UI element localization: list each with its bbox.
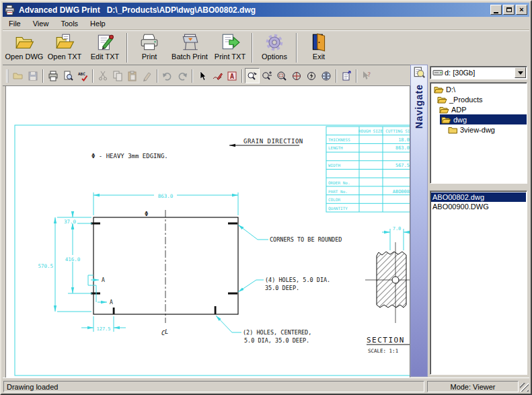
open-folder-icon xyxy=(441,116,451,124)
app-window: Advanced DWG Print D:\_Products\ADP\dwg\… xyxy=(0,0,532,395)
tree-item-root[interactable]: D:\ xyxy=(430,84,527,94)
tree-item-3view-dwg[interactable]: 3view-dwg xyxy=(430,124,527,135)
svg-text:863.0: 863.0 xyxy=(158,193,174,199)
svg-text:863.0: 863.0 xyxy=(395,145,410,151)
svg-text:COLOR: COLOR xyxy=(328,197,340,202)
menu-help[interactable]: Help xyxy=(84,18,112,29)
tree-item-label: ADP xyxy=(451,106,467,114)
context-help-icon: ? xyxy=(361,71,372,81)
toolbar-grip[interactable] xyxy=(6,69,9,83)
options-button[interactable]: Options xyxy=(254,31,295,65)
svg-text:WIDTH: WIDTH xyxy=(328,163,340,168)
maximize-button[interactable] xyxy=(503,5,515,15)
toolbar-separator xyxy=(241,69,243,83)
batch-print-button[interactable]: Batch Print xyxy=(169,31,210,65)
cut-icon xyxy=(98,71,108,81)
redo-button[interactable] xyxy=(175,68,190,83)
print-small-button[interactable] xyxy=(46,68,61,83)
dimension-bottom-offset: 127.5 xyxy=(81,316,126,332)
svg-text:(2) HOLES, CENTERED,: (2) HOLES, CENTERED, xyxy=(243,329,311,336)
svg-text:ROUGH SIZE: ROUGH SIZE xyxy=(358,129,383,133)
drive-dropdown-button[interactable] xyxy=(515,67,526,78)
drive-selector[interactable]: d: [30Gb] xyxy=(430,66,527,79)
svg-text:?: ? xyxy=(367,71,371,78)
open-folder-icon xyxy=(14,33,34,52)
paste-button[interactable] xyxy=(125,68,140,83)
print-txt-button[interactable]: Print TXT xyxy=(210,31,250,65)
close-icon: × xyxy=(519,6,523,13)
file-item[interactable]: ABO00900.DWG xyxy=(431,202,526,211)
svg-text:LENGTH: LENGTH xyxy=(328,145,343,150)
save-button[interactable] xyxy=(26,68,40,83)
edit-txt-button[interactable]: Edit TXT xyxy=(85,31,125,65)
svg-text:416.0: 416.0 xyxy=(65,256,81,262)
svg-text:5.0 DIA, 35.0 DEEP.: 5.0 DIA, 35.0 DEEP. xyxy=(244,337,309,344)
context-help-button[interactable]: ? xyxy=(359,68,374,83)
cut-button[interactable] xyxy=(96,68,110,83)
printer-icon xyxy=(139,33,159,52)
svg-text:7.0: 7.0 xyxy=(393,226,402,231)
navigate-label: Navigate xyxy=(414,84,424,129)
svg-text:ABC: ABC xyxy=(78,71,85,76)
minimize-button[interactable] xyxy=(490,5,502,15)
draw-pen-icon xyxy=(212,71,223,81)
undo-icon xyxy=(162,71,173,81)
format-brush-button[interactable] xyxy=(140,68,155,83)
draw-tool-button[interactable] xyxy=(210,68,225,83)
properties-button[interactable] xyxy=(339,68,354,83)
exit-button[interactable]: Exit xyxy=(299,31,339,65)
print-button[interactable]: Print xyxy=(129,31,169,65)
menu-file[interactable]: File xyxy=(3,18,27,29)
zoom-window-button[interactable] xyxy=(274,68,289,83)
zoom-previous-button[interactable] xyxy=(304,68,319,83)
options-label: Options xyxy=(262,52,287,61)
paste-icon xyxy=(127,71,138,81)
select-tool-button[interactable] xyxy=(195,68,210,83)
print-preview-button[interactable] xyxy=(61,68,75,83)
open-button[interactable] xyxy=(11,68,26,83)
close-button[interactable]: × xyxy=(516,5,527,15)
spell-check-button[interactable]: ABC xyxy=(75,68,90,83)
open-text-folder-icon xyxy=(54,33,75,52)
zoom-extents-button[interactable] xyxy=(289,68,304,83)
file-item-selected[interactable]: ABO00802.dwg xyxy=(431,192,526,202)
open-dwg-button[interactable]: Open DWG xyxy=(4,31,44,65)
text-box-icon: A xyxy=(227,71,237,81)
resize-grip[interactable] xyxy=(520,383,529,392)
drawing-canvas[interactable]: ROUGH SIZE CUTTING SIZE THICKNESS 18.0 L… xyxy=(5,85,410,380)
menu-view[interactable]: View xyxy=(27,18,55,29)
tree-item-label: 3view-dwg xyxy=(460,126,495,134)
toolbar-separator xyxy=(296,33,297,63)
exit-door-icon xyxy=(309,33,329,52)
menu-tools[interactable]: Tools xyxy=(54,18,84,29)
svg-text:GRAIN DIRECTION: GRAIN DIRECTION xyxy=(243,138,303,145)
chevron-down-icon xyxy=(518,71,523,75)
exit-label: Exit xyxy=(313,52,325,61)
zoom-extents-icon xyxy=(291,71,302,81)
svg-text:ABO008: ABO008 xyxy=(393,189,410,194)
tree-item-adp[interactable]: ADP xyxy=(430,104,527,114)
edit-text-icon xyxy=(95,33,115,52)
minimize-icon xyxy=(494,12,498,13)
text-tool-button[interactable]: A xyxy=(225,68,239,83)
navigate-tab[interactable]: Navigate xyxy=(410,65,428,377)
tree-item-products[interactable]: _Products xyxy=(430,94,527,104)
open-txt-label: Open TXT xyxy=(48,52,82,61)
zoom-realtime-button[interactable] xyxy=(245,68,260,83)
zoom-in-out-icon xyxy=(262,71,272,81)
zoom-in-out-button[interactable] xyxy=(260,68,274,83)
svg-text:CUTTING SIZE: CUTTING SIZE xyxy=(385,129,410,133)
undo-button[interactable] xyxy=(160,68,175,83)
edit-txt-label: Edit TXT xyxy=(91,52,120,61)
redo-icon xyxy=(177,71,188,81)
pan-button[interactable] xyxy=(319,68,334,83)
open-icon xyxy=(13,71,24,81)
toolbar-separator xyxy=(336,69,337,83)
section-cut-markers: A A xyxy=(88,275,113,306)
copy-button[interactable] xyxy=(110,68,125,83)
section-scale: SCALE: 1:1 xyxy=(368,348,398,354)
open-txt-button[interactable]: Open TXT xyxy=(44,31,85,65)
svg-text:PART No.: PART No. xyxy=(328,189,348,194)
section-view: 7.0 SECTION A SCALE: 1:1 xyxy=(365,226,410,354)
tree-item-dwg-selected[interactable]: dwg xyxy=(430,114,527,124)
